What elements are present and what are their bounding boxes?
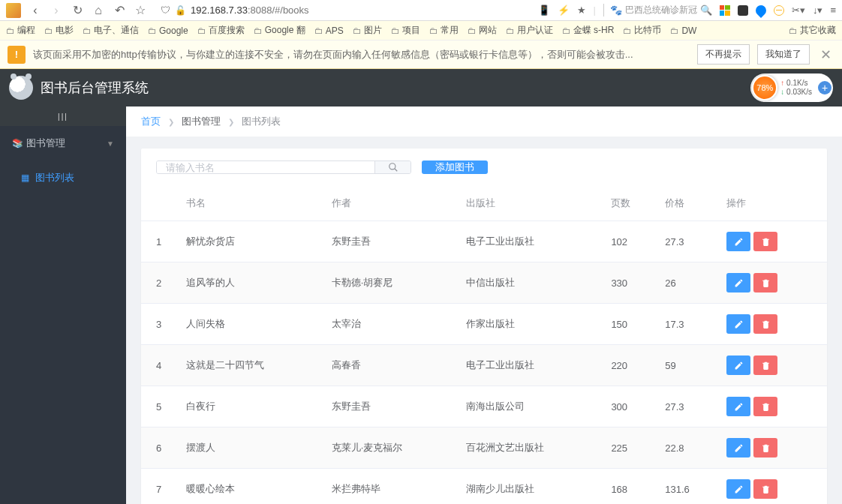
bookmark-item[interactable]: 🗀编程 (6, 24, 35, 37)
acknowledge-button[interactable]: 我知道了 (757, 44, 810, 64)
bookmark-item[interactable]: 🗀金蝶 s-HR (562, 24, 615, 37)
cell-publisher: 百花洲文艺出版社 (459, 428, 604, 469)
cell-actions (719, 469, 827, 505)
delete-button[interactable] (753, 397, 777, 416)
books-table: 书名 作者 出版社 页数 价格 操作 1解忧杂货店东野圭吾电子工业出版社1022… (141, 186, 827, 504)
bookmark-item[interactable]: 🗀网站 (468, 24, 497, 37)
cell-publisher: 南海出版公司 (459, 386, 604, 428)
bookmark-item[interactable]: 🗀Google (148, 26, 188, 36)
table-row: 4这就是二十四节气高春香电子工业出版社22059 (141, 345, 827, 386)
col-actions: 操作 (719, 186, 827, 221)
sidebar-item-label: 图书管理 (26, 137, 65, 148)
add-book-button[interactable]: 添加图书 (422, 160, 488, 174)
bookmark-item[interactable]: 🗀百度搜索 (197, 24, 245, 37)
delete-button[interactable] (753, 314, 777, 334)
chevron-right-icon: ❯ (228, 118, 234, 126)
forward-button[interactable]: › (50, 4, 63, 17)
folder-icon: 🗀 (391, 26, 400, 36)
address-bar[interactable]: 🛡 🔓 192.168.7.33:8088/#/books (155, 4, 531, 16)
cell-actions (719, 262, 827, 304)
folder-icon: 🗀 (506, 26, 515, 36)
search-button[interactable] (374, 161, 410, 173)
bookmark-item[interactable]: 🗀DW (670, 26, 696, 36)
cell-index: 3 (141, 304, 179, 345)
breadcrumb-home[interactable]: 首页 (141, 115, 161, 128)
collapse-button[interactable]: ||| (0, 106, 126, 126)
cell-publisher: 中信出版社 (459, 262, 604, 304)
translate-icon[interactable]: ★ (577, 4, 586, 16)
browser-search-text[interactable]: 巴西总统确诊新冠 (625, 4, 697, 16)
bookmark-item[interactable]: 🗀APS (314, 26, 344, 36)
back-button[interactable]: ‹ (29, 4, 42, 17)
col-index (141, 186, 179, 221)
speed-widget[interactable]: 78% ↑ 0.1K/s ↓ 0.03K/s + (750, 74, 833, 102)
cell-publisher: 湖南少儿出版社 (459, 469, 604, 505)
plus-icon[interactable]: + (818, 81, 831, 94)
edit-button[interactable] (726, 232, 750, 251)
url-text: 192.168.7.33:8088/#/books (191, 4, 309, 16)
edit-button[interactable] (726, 397, 750, 416)
dismiss-forever-button[interactable]: 不再提示 (697, 44, 750, 64)
folder-icon: 🗀 (83, 26, 92, 36)
cell-price: 131.6 (657, 469, 719, 505)
breadcrumb-item: 图书列表 (242, 115, 281, 128)
bookmark-item[interactable]: 🗀Google 翻 (254, 24, 305, 37)
cell-price: 27.3 (657, 386, 719, 428)
qr-icon[interactable]: 📱 (538, 4, 550, 16)
cell-pages: 220 (603, 345, 657, 386)
delete-button[interactable] (753, 232, 777, 251)
folder-icon: 🗀 (314, 26, 323, 36)
bookmark-other[interactable]: 🗀其它收藏 (789, 24, 836, 37)
folder-icon: 🗀 (562, 26, 571, 36)
menu-icon[interactable]: ≡ (830, 4, 836, 16)
security-warning-bar: ! 该页面采用不加密的http传输协议，与你建立的连接不安全，请勿在页面内输入任… (0, 40, 842, 69)
sidebar-item-book-list[interactable]: ▦ 图书列表 (0, 160, 126, 195)
bookmark-item[interactable]: 🗀用户认证 (506, 24, 553, 37)
undo-button[interactable]: ↶ (113, 3, 126, 17)
home-button[interactable]: ⌂ (92, 4, 105, 17)
download-icon[interactable]: ↓▾ (813, 4, 823, 16)
avatar[interactable] (9, 76, 33, 100)
bear-icon[interactable] (738, 5, 748, 16)
bookmark-item[interactable]: 🗀电影 (44, 24, 74, 37)
chevron-right-icon: ❯ (168, 118, 174, 126)
search-input[interactable] (157, 161, 374, 173)
flash-icon[interactable]: ⚡ (558, 4, 570, 16)
col-author: 作者 (324, 186, 459, 221)
folder-icon: 🗀 (429, 26, 438, 36)
delete-button[interactable] (753, 273, 777, 292)
speed-badge: 78% (752, 75, 777, 100)
bookmark-item[interactable]: 🗀电子、通信 (83, 24, 139, 37)
star-button[interactable]: ☆ (134, 3, 147, 17)
grid-icon: ▦ (21, 172, 29, 183)
bookmark-item[interactable]: 🗀比特币 (623, 24, 661, 37)
edit-button[interactable] (726, 314, 750, 334)
delete-button[interactable] (753, 438, 777, 458)
bookmark-item[interactable]: 🗀常用 (429, 24, 459, 37)
reload-button[interactable]: ↻ (71, 3, 84, 17)
breadcrumb-item[interactable]: 图书管理 (182, 115, 221, 128)
search-group (156, 160, 411, 174)
delete-button[interactable] (753, 356, 777, 375)
app-title: 图书后台管理系统 (41, 79, 149, 97)
cell-price: 27.3 (657, 221, 719, 262)
droplet-icon[interactable] (753, 3, 768, 18)
tab-favicon (6, 3, 21, 18)
bookmark-item[interactable]: 🗀图片 (353, 24, 382, 37)
close-icon[interactable]: ✕ (817, 46, 834, 63)
bookmark-item[interactable]: 🗀项目 (391, 24, 420, 37)
scissors-icon[interactable]: ✂▾ (792, 4, 805, 16)
edit-button[interactable] (726, 356, 750, 375)
microsoft-icon[interactable] (720, 5, 730, 16)
cell-index: 5 (141, 386, 179, 428)
edit-button[interactable] (726, 479, 750, 499)
cell-publisher: 电子工业出版社 (459, 221, 604, 262)
delete-button[interactable] (753, 479, 777, 499)
cell-author: 克莱儿·麦克福尔 (324, 428, 459, 469)
sidebar-item-books[interactable]: 📚 图书管理 ▼ (0, 126, 126, 160)
search-icon[interactable]: 🔍 (700, 4, 712, 16)
edit-button[interactable] (726, 438, 750, 458)
edit-button[interactable] (726, 273, 750, 292)
folder-icon: 🗀 (353, 26, 362, 36)
minimize-icon[interactable] (774, 5, 784, 16)
